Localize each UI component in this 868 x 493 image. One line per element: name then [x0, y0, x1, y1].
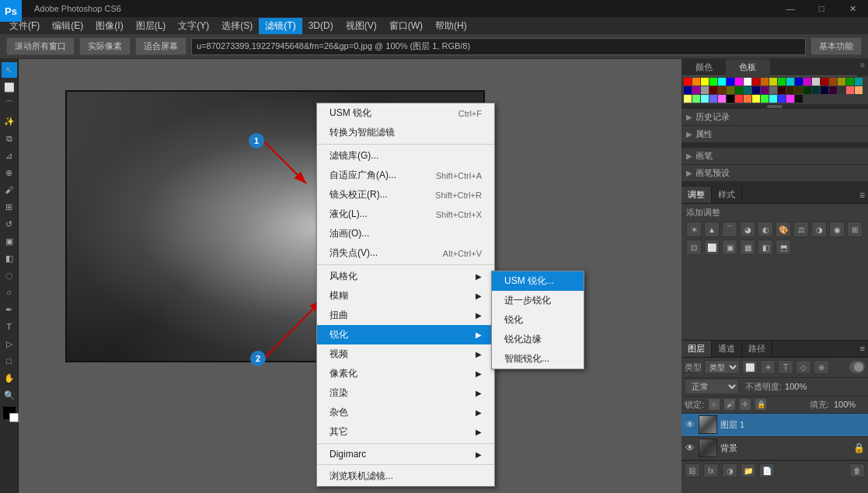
- color-swatch[interactable]: [829, 78, 837, 86]
- fill-value[interactable]: 100%: [834, 400, 865, 409]
- color-swatch[interactable]: [855, 78, 863, 86]
- color-swatch[interactable]: [752, 95, 760, 103]
- tool-marquee[interactable]: ⬜: [2, 79, 17, 95]
- color-swatch[interactable]: [718, 78, 726, 86]
- color-swatch[interactable]: [838, 78, 845, 86]
- layer-filter-pixel[interactable]: ⬜: [742, 360, 758, 374]
- filter-vanishing-point[interactable]: 消失点(V)... Alt+Ctrl+V: [317, 243, 494, 263]
- tool-blur[interactable]: ◌: [2, 267, 17, 283]
- actual-pixels-button[interactable]: 实际像素: [79, 37, 131, 55]
- add-mask-btn[interactable]: ◑: [722, 463, 737, 477]
- adj-selective-color[interactable]: ⬒: [776, 240, 791, 255]
- color-swatch[interactable]: [752, 86, 760, 94]
- filter-render[interactable]: 渲染 ▶: [317, 383, 494, 403]
- link-layers-btn[interactable]: ⛓: [685, 463, 700, 477]
- tool-brush[interactable]: 🖌: [2, 182, 17, 198]
- color-swatch[interactable]: [778, 78, 786, 86]
- color-swatch[interactable]: [761, 95, 769, 103]
- panel-sep-handle[interactable]: [767, 105, 783, 108]
- adjustments-options-icon[interactable]: ≡: [856, 187, 868, 203]
- color-swatch[interactable]: [692, 86, 700, 94]
- filter-digimarc[interactable]: Digimarc ▶: [317, 446, 494, 463]
- tool-eyedropper[interactable]: ⊿: [2, 148, 17, 163]
- new-layer-btn[interactable]: 📄: [759, 463, 775, 477]
- filter-noise[interactable]: 杂色 ▶: [317, 403, 494, 422]
- filter-usm-sharpen-top[interactable]: USM 锐化 Ctrl+F: [317, 103, 494, 123]
- layer-vis-0[interactable]: 👁: [685, 419, 695, 430]
- adj-color-lookup[interactable]: ⊡: [686, 240, 702, 255]
- adj-brightness[interactable]: ☀: [686, 222, 702, 237]
- blend-mode-select[interactable]: 正常: [685, 379, 739, 394]
- layers-tab-channels[interactable]: 通道: [712, 341, 742, 357]
- opacity-value[interactable]: 100%: [785, 382, 816, 391]
- layer-filter-text[interactable]: T: [778, 360, 793, 374]
- background-color[interactable]: [9, 413, 19, 422]
- menu-filter[interactable]: 滤镜(T): [259, 18, 302, 34]
- lock-all-icon[interactable]: 🔒: [755, 399, 766, 410]
- filter-convert-smart[interactable]: 转换为智能滤镜: [317, 123, 494, 142]
- tool-magic-wand[interactable]: ✨: [2, 114, 17, 129]
- layer-vis-1[interactable]: 👁: [685, 442, 695, 453]
- fit-screen-button[interactable]: 适合屏幕: [135, 37, 186, 55]
- color-swatch[interactable]: [838, 86, 845, 94]
- filter-blur[interactable]: 模糊 ▶: [317, 286, 494, 306]
- close-button[interactable]: ✕: [837, 0, 868, 17]
- tool-history-brush[interactable]: ↺: [2, 216, 17, 232]
- layer-filter-adj[interactable]: ☀: [760, 360, 776, 374]
- filter-sharpen[interactable]: 锐化 ▶: [317, 325, 494, 344]
- color-swatch[interactable]: [735, 95, 743, 103]
- adj-invert[interactable]: ⬜: [704, 240, 720, 255]
- filter-browse-online[interactable]: 浏览联机滤镜...: [317, 467, 494, 486]
- filter-pixelate[interactable]: 像素化 ▶: [317, 364, 494, 383]
- color-swatch[interactable]: [752, 78, 760, 86]
- adj-bw[interactable]: ◑: [811, 222, 827, 237]
- layers-options[interactable]: ≡: [857, 341, 868, 357]
- menu-view[interactable]: 视图(V): [340, 18, 383, 34]
- color-swatch[interactable]: [761, 78, 769, 86]
- color-swatch[interactable]: [795, 86, 803, 94]
- address-bar[interactable]: [191, 38, 806, 55]
- color-swatch[interactable]: [718, 86, 726, 94]
- color-swatch[interactable]: [778, 95, 786, 103]
- scroll-all-button[interactable]: 滚动所有窗口: [6, 37, 75, 55]
- filter-video[interactable]: 视频 ▶: [317, 344, 494, 364]
- color-swatch[interactable]: [709, 86, 717, 94]
- tool-clone[interactable]: ⊞: [2, 199, 17, 215]
- color-swatch[interactable]: [804, 86, 811, 94]
- styles-tab[interactable]: 样式: [712, 187, 742, 203]
- tool-crop[interactable]: ⧉: [2, 131, 17, 146]
- color-swatch[interactable]: [744, 78, 751, 86]
- adj-curves[interactable]: ⌒: [722, 222, 737, 237]
- tool-move[interactable]: ↖: [2, 62, 17, 78]
- add-style-btn[interactable]: fx: [703, 463, 719, 477]
- color-swatch[interactable]: [795, 78, 803, 86]
- adj-hue[interactable]: 🎨: [776, 222, 791, 237]
- adj-color-balance[interactable]: ⚖: [793, 222, 809, 237]
- color-swatch[interactable]: [701, 78, 709, 86]
- tool-eraser[interactable]: ▣: [2, 233, 17, 249]
- color-swatch[interactable]: [727, 78, 734, 86]
- foreground-color[interactable]: [3, 407, 16, 419]
- adj-channel-mixer[interactable]: ⊞: [847, 222, 863, 237]
- delete-layer-btn[interactable]: 🗑: [849, 463, 865, 477]
- color-swatch[interactable]: [821, 86, 828, 94]
- sharpen-normal[interactable]: 锐化: [492, 310, 584, 330]
- brush-presets-panel-header[interactable]: ▶ 画笔预设: [682, 165, 868, 182]
- window-controls[interactable]: — □ ✕: [775, 0, 868, 17]
- color-swatch[interactable]: [846, 86, 854, 94]
- tool-healing[interactable]: ⊕: [2, 165, 17, 180]
- menu-image[interactable]: 图像(I): [89, 18, 129, 34]
- adj-exposure[interactable]: ◕: [740, 222, 755, 237]
- basic-functions-button[interactable]: 基本功能: [810, 37, 862, 55]
- menu-select[interactable]: 选择(S): [215, 18, 259, 34]
- swatches-tab[interactable]: 色板: [726, 59, 769, 76]
- color-swatch[interactable]: [709, 78, 717, 86]
- adj-photo-filter[interactable]: ◉: [829, 222, 845, 237]
- lock-position-icon[interactable]: ✛: [740, 399, 751, 410]
- maximize-button[interactable]: □: [806, 0, 837, 17]
- color-swatch[interactable]: [727, 86, 734, 94]
- properties-panel-header[interactable]: ▶ 属性: [682, 126, 868, 143]
- color-tab[interactable]: 颜色: [682, 59, 726, 76]
- color-swatch[interactable]: [684, 78, 692, 86]
- layer-item-0[interactable]: 👁 图层 1: [682, 414, 868, 437]
